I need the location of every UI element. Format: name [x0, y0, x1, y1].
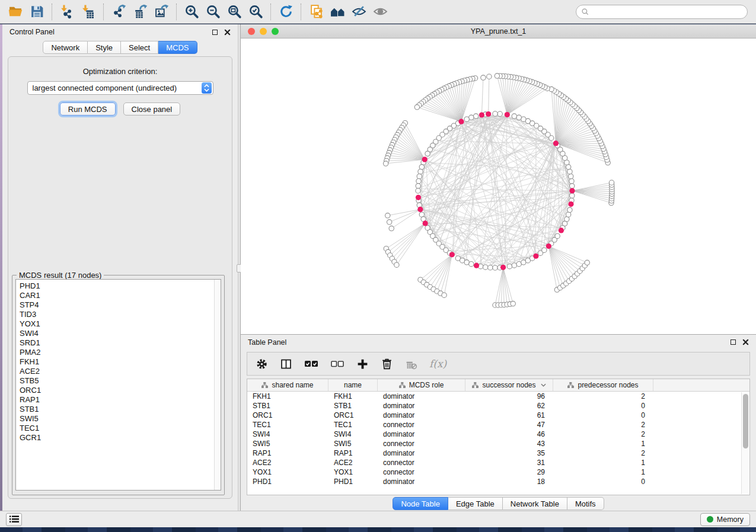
- table-scrollbar[interactable]: [741, 392, 749, 494]
- tab-node-table[interactable]: Node Table: [393, 497, 448, 510]
- tab-mcds[interactable]: MCDS: [158, 41, 197, 54]
- mcds-result-item[interactable]: PHD1: [16, 281, 221, 291]
- control-panel-tabs: NetworkStyleSelectMCDS: [43, 41, 197, 54]
- delete-table-button[interactable]: [405, 355, 417, 373]
- mcds-result-list[interactable]: PHD1CAR1STP4TID3YOX1SWI4SRD1PMA2FKH1ACE2…: [15, 279, 221, 491]
- tab-network[interactable]: Network: [43, 41, 88, 54]
- import-table-icon: [81, 4, 96, 19]
- select-all-button[interactable]: [304, 355, 318, 373]
- status-menu-button[interactable]: [6, 513, 22, 526]
- column-header-MCDS-role[interactable]: MCDS role: [378, 379, 465, 391]
- table-row[interactable]: ACE2ACE2connector311: [247, 458, 741, 467]
- home-networks-button[interactable]: [327, 2, 348, 21]
- select-all-icon: [304, 357, 318, 371]
- network-canvas[interactable]: [241, 39, 756, 334]
- deselect-all-icon: [330, 357, 344, 371]
- cell-predecessor-nodes: 0: [553, 411, 653, 419]
- function-builder-icon[interactable]: f(x): [429, 358, 446, 370]
- column-header-successor-nodes[interactable]: successor nodes: [465, 379, 553, 391]
- mcds-result-item[interactable]: ACE2: [16, 367, 221, 376]
- table-scrollbar-thumb[interactable]: [743, 394, 748, 448]
- table-row[interactable]: YOX1YOX1connector291: [247, 467, 741, 477]
- search-input[interactable]: [589, 7, 747, 17]
- tab-motifs[interactable]: Motifs: [567, 497, 604, 510]
- delete-table-icon: [405, 358, 417, 370]
- mcds-result-item[interactable]: SWI5: [16, 414, 221, 424]
- close-table-panel-icon[interactable]: [742, 339, 749, 345]
- tab-network-table[interactable]: Network Table: [503, 497, 567, 510]
- deselect-all-button[interactable]: [330, 355, 344, 373]
- mcds-result-item[interactable]: SWI4: [16, 329, 221, 338]
- float-panel-icon[interactable]: [212, 30, 218, 35]
- save-session-button[interactable]: [26, 2, 47, 21]
- import-table-button[interactable]: [78, 2, 99, 21]
- search-box[interactable]: [576, 5, 748, 19]
- table-row[interactable]: RAP1RAP1dominator352: [247, 448, 741, 458]
- table-row[interactable]: SWI4SWI4dominator462: [247, 430, 741, 439]
- optimization-criterion-select[interactable]: largest connected component (undirected): [27, 81, 213, 95]
- mcds-result-item[interactable]: TEC1: [16, 424, 221, 433]
- table-row[interactable]: FKH1FKH1dominator962: [247, 392, 741, 401]
- tab-select[interactable]: Select: [121, 41, 158, 54]
- mcds-result-item[interactable]: GCR1: [16, 433, 221, 443]
- result-list-scrollbar[interactable]: [214, 280, 221, 490]
- zoom-selected-button[interactable]: [245, 2, 266, 21]
- column-header-predecessor-nodes[interactable]: predecessor nodes: [553, 379, 653, 391]
- mcds-result-item[interactable]: FKH1: [16, 357, 221, 367]
- table-row[interactable]: SWI5SWI5connector431: [247, 439, 741, 448]
- mcds-result-item[interactable]: STP4: [16, 300, 221, 310]
- cell-shared-name: SWI5: [247, 440, 328, 448]
- zoom-fit-button[interactable]: [224, 2, 245, 21]
- memory-button[interactable]: Memory: [700, 513, 750, 526]
- mcds-result-item[interactable]: STB1: [16, 405, 221, 414]
- add-column-button[interactable]: [356, 355, 369, 373]
- mcds-result-item[interactable]: RAP1: [16, 395, 221, 405]
- table-panel-title: Table Panel: [248, 338, 286, 347]
- cell-successor-nodes: 35: [465, 449, 553, 457]
- column-layout-button[interactable]: [280, 355, 292, 373]
- network-overview-button[interactable]: [305, 2, 327, 21]
- mcds-result-item[interactable]: STB5: [16, 376, 221, 386]
- mcds-result-item[interactable]: CAR1: [16, 291, 221, 300]
- column-header-shared-name[interactable]: shared name: [247, 379, 328, 391]
- tab-style[interactable]: Style: [88, 41, 121, 54]
- network-window-titlebar[interactable]: YPA_prune.txt_1: [241, 24, 756, 39]
- cell-successor-nodes: 61: [465, 411, 553, 419]
- import-network-button[interactable]: [56, 2, 78, 21]
- table-row[interactable]: STB1STB1dominator620: [247, 401, 741, 411]
- mcds-result-item[interactable]: PMA2: [16, 348, 221, 357]
- export-table-button[interactable]: [129, 2, 151, 21]
- tab-edge-table[interactable]: Edge Table: [448, 497, 503, 510]
- table-row[interactable]: ORC1ORC1dominator610: [247, 411, 741, 420]
- node-table[interactable]: shared namenameMCDS rolesuccessor nodesp…: [247, 379, 750, 495]
- export-image-button[interactable]: [151, 2, 172, 21]
- zoom-out-button[interactable]: [202, 2, 224, 21]
- mcds-result-item[interactable]: YOX1: [16, 319, 221, 329]
- mcds-result-item[interactable]: SRD1: [16, 338, 221, 348]
- float-table-panel-icon[interactable]: [731, 339, 736, 345]
- zoom-in-button[interactable]: [181, 2, 202, 21]
- table-header-row: shared namenameMCDS rolesuccessor nodesp…: [247, 379, 749, 392]
- table-row[interactable]: PHD1PHD1dominator180: [247, 477, 741, 486]
- delete-column-button[interactable]: [381, 355, 393, 373]
- gear-button[interactable]: [256, 355, 268, 373]
- close-panel-icon[interactable]: [224, 29, 231, 36]
- close-panel-button[interactable]: Close panel: [123, 102, 181, 116]
- cell-successor-nodes: 62: [465, 402, 553, 410]
- run-mcds-button[interactable]: Run MCDS: [60, 102, 116, 116]
- export-network-button[interactable]: [108, 2, 129, 21]
- open-file-button[interactable]: [5, 2, 26, 21]
- table-row[interactable]: TEC1TEC1connector472: [247, 420, 741, 430]
- cell-name: ACE2: [328, 459, 378, 467]
- cell-successor-nodes: 47: [465, 421, 553, 429]
- network-graph[interactable]: [241, 39, 756, 334]
- control-panel-title: Control Panel: [9, 28, 55, 36]
- birds-eye-view-button[interactable]: [369, 2, 391, 21]
- column-header-name[interactable]: name: [328, 379, 378, 391]
- cell-MCDS-role: connector: [378, 421, 465, 429]
- selected-criterion: largest connected component (undirected): [28, 84, 202, 92]
- mcds-result-item[interactable]: ORC1: [16, 386, 221, 395]
- graphics-details-button[interactable]: [348, 2, 369, 21]
- layout-refresh-button[interactable]: [275, 2, 296, 21]
- mcds-result-item[interactable]: TID3: [16, 310, 221, 319]
